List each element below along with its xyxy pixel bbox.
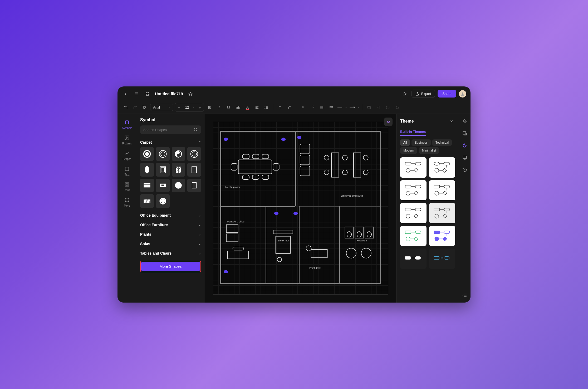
lock-button[interactable] [393,103,401,111]
text-tool-button[interactable]: T [276,103,284,111]
line-spacing-button[interactable] [262,103,270,111]
decrease-size-button[interactable]: − [175,103,183,111]
category-plants[interactable]: Plants⌄ [140,230,201,239]
carpet-shape-1[interactable] [140,147,154,161]
carpet-shape-11[interactable] [172,179,185,192]
underline-button[interactable]: U [224,103,232,111]
theme-card-4[interactable] [429,180,455,201]
line-style-button[interactable] [318,103,326,111]
theme-card-8[interactable] [429,226,455,246]
align-button[interactable] [253,103,261,111]
theme-card-10[interactable] [429,249,455,269]
present-tool[interactable] [461,154,468,161]
connector-button[interactable] [285,103,293,111]
filter-business[interactable]: Business [411,139,431,146]
share-button[interactable]: Share [438,90,456,98]
theme-card-6[interactable] [429,203,455,223]
filter-technical[interactable]: Technical [432,139,452,146]
fill-button[interactable] [299,103,307,111]
dash-button[interactable] [327,103,335,111]
carpet-shape-14[interactable] [156,194,170,208]
bold-button[interactable]: B [205,103,213,111]
canvas[interactable]: Meeting room Employee office area [213,122,388,295]
category-office-equipment[interactable]: Office Equipment⌄ [140,211,201,220]
carpet-shape-6[interactable] [156,163,170,177]
layers-button[interactable] [365,103,373,111]
theme-card-7[interactable] [400,226,427,246]
close-theme-button[interactable] [448,118,455,125]
format-toolbar: Arial − 12 + B I U ab A T [117,101,471,114]
redo-button[interactable] [131,103,139,111]
theme-card-3[interactable] [400,180,427,201]
save-icon[interactable] [144,90,151,98]
distribute-button[interactable] [374,103,382,111]
link-button[interactable] [308,103,316,111]
theme-card-2[interactable] [429,157,455,178]
font-select[interactable]: Arial [150,104,173,111]
more-shapes-button[interactable]: More Shapes [141,262,200,271]
arrow-button[interactable] [349,103,359,111]
theme-card-5[interactable] [400,203,427,223]
undo-button[interactable] [122,103,130,111]
size-dropdown[interactable] [191,103,196,111]
category-carpet[interactable]: Carpet ⌃ [140,138,201,147]
rail-pictures[interactable]: Pictures [120,133,134,147]
strikethrough-button[interactable]: ab [234,103,242,111]
carpet-shape-2[interactable] [156,147,170,161]
theme-tool[interactable] [461,142,468,149]
play-button[interactable] [401,90,409,98]
history-tool[interactable] [461,166,468,173]
carpet-shape-10[interactable] [156,179,170,192]
rail-icons[interactable]: Icons [120,179,134,194]
font-color-button[interactable]: A [243,103,251,111]
svg-point-37 [127,198,128,199]
replace-tool[interactable] [461,130,468,137]
fill-tool[interactable] [461,118,468,125]
carpet-shape-12[interactable] [187,179,201,192]
theme-card-9[interactable] [400,249,427,269]
line-button[interactable] [337,103,347,111]
svg-point-112 [367,232,371,237]
svg-point-38 [128,198,129,199]
category-tables-chairs[interactable]: Tables and Chairs⌄ [140,249,201,258]
carpet-shape-13[interactable] [140,194,154,208]
increase-size-button[interactable]: + [196,103,204,111]
carpet-shape-9[interactable] [140,179,154,192]
left-rail: Symbols Pictures Graphs Text Icons More [117,114,136,303]
rail-more[interactable]: More [120,195,134,209]
theme-card-1[interactable] [400,157,427,178]
svg-rect-86 [273,163,279,170]
filter-all[interactable]: All [400,139,410,146]
menu-button[interactable] [133,90,140,98]
font-size-value[interactable]: 12 [183,105,191,109]
carpet-shape-3[interactable] [172,147,185,161]
rail-graphs[interactable]: Graphs [120,148,134,163]
export-button[interactable]: Export [411,90,435,98]
filter-minimalist[interactable]: Minimalist [419,147,439,154]
category-sofas[interactable]: Sofas⌄ [140,239,201,249]
rail-text[interactable]: Text [120,164,134,178]
icons-icon [124,181,130,188]
svg-rect-84 [262,175,269,179]
chevron-down-icon: ⌄ [198,242,201,246]
collapse-button[interactable] [461,291,468,299]
filter-modern[interactable]: Modern [400,147,417,154]
builtin-themes-tab[interactable]: Built-in Themes [400,130,426,136]
format-painter-button[interactable] [141,103,149,111]
group-button[interactable] [384,103,392,111]
carpet-shape-8[interactable] [187,163,201,177]
star-button[interactable] [187,90,194,98]
search-box[interactable] [140,125,201,134]
category-office-furniture[interactable]: Office Furniture⌄ [140,220,201,230]
back-button[interactable] [122,90,129,98]
file-title[interactable]: Untitled file719 [155,91,183,96]
search-input[interactable] [143,128,194,132]
ai-badge[interactable]: M [384,118,393,126]
italic-button[interactable]: I [215,103,223,111]
grid-icon [124,197,130,203]
rail-symbols[interactable]: Symbols [120,117,134,132]
carpet-shape-7[interactable] [172,163,185,177]
avatar[interactable] [459,90,466,98]
carpet-shape-5[interactable] [140,163,154,177]
carpet-shape-4[interactable] [187,147,201,161]
